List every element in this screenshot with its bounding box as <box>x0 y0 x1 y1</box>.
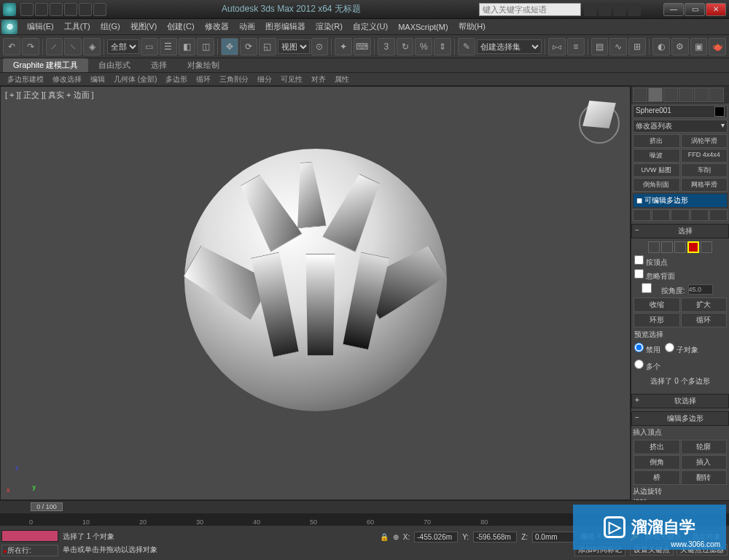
mod-uvw[interactable]: UVW 贴图 <box>633 163 680 177</box>
mirror-icon[interactable]: ▹◃ <box>548 38 566 55</box>
mod-lathe[interactable]: 车削 <box>681 163 728 177</box>
stack-item-editable-poly[interactable]: 可编辑多边形 <box>634 194 727 207</box>
curve-editor-icon[interactable]: ∿ <box>609 38 627 55</box>
minimize-button[interactable]: — <box>663 3 684 16</box>
ribbon-tab-freeform[interactable]: 自由形式 <box>88 58 141 72</box>
ref-coord-dropdown[interactable]: 视图 <box>278 39 310 54</box>
ribbon-align[interactable]: 对齐 <box>307 74 330 85</box>
ribbon-poly-model[interactable]: 多边形建模 <box>3 74 48 85</box>
select-icon[interactable]: ▭ <box>141 38 158 55</box>
qat-save-icon[interactable] <box>50 3 63 16</box>
remove-mod-icon[interactable] <box>690 209 709 221</box>
extrude-button[interactable]: 挤出 <box>634 440 680 454</box>
move-icon[interactable]: ✥ <box>221 38 238 55</box>
menu-customize[interactable]: 自定义(U) <box>348 21 393 32</box>
tab-utilities-icon[interactable] <box>709 88 724 102</box>
selection-lock-chip[interactable] <box>1 530 58 542</box>
polygon-mode-icon[interactable] <box>687 241 699 253</box>
by-angle-checkbox[interactable]: 按角度: <box>634 283 685 296</box>
render-icon[interactable]: 🫖 <box>709 38 726 55</box>
ring-button[interactable]: 环形 <box>634 313 680 327</box>
spinner-snap-icon[interactable]: ⇕ <box>434 38 451 55</box>
ignore-backfacing-checkbox[interactable]: 忽略背面 <box>633 268 728 282</box>
preview-disable-radio[interactable]: 禁用 <box>634 343 660 355</box>
ribbon-visibility[interactable]: 可见性 <box>276 74 307 85</box>
mod-bevel-profile[interactable]: 倒角剖面 <box>633 178 680 192</box>
bridge-button[interactable]: 桥 <box>634 470 680 485</box>
keyboard-icon[interactable]: ⌨ <box>354 38 371 55</box>
render-setup-icon[interactable]: ⚙ <box>671 38 689 55</box>
script-listener[interactable]: 所在行: <box>1 545 58 556</box>
signin-icon[interactable] <box>599 3 612 16</box>
vertex-mode-icon[interactable] <box>648 241 660 253</box>
shrink-button[interactable]: 收缩 <box>634 298 680 312</box>
app-menu-button[interactable]: ⊚ <box>1 20 17 34</box>
menu-animation[interactable]: 动画 <box>234 21 260 32</box>
ribbon-props[interactable]: 属性 <box>330 74 354 85</box>
help-search-input[interactable] <box>479 3 581 16</box>
tab-motion-icon[interactable] <box>679 88 693 102</box>
coord-y[interactable]: -596.568m <box>473 532 517 542</box>
select-region-icon[interactable]: ◧ <box>179 38 196 55</box>
by-vertex-checkbox[interactable]: 按顶点 <box>633 254 728 268</box>
flip-button[interactable]: 翻转 <box>681 470 728 485</box>
coord-x[interactable]: -455.026m <box>414 532 458 542</box>
tab-modify-icon[interactable] <box>648 88 663 102</box>
favorite-icon[interactable] <box>613 3 626 16</box>
tab-hierarchy-icon[interactable] <box>663 88 678 102</box>
angle-spinner[interactable] <box>688 284 713 295</box>
ribbon-subdiv[interactable]: 细分 <box>253 74 276 85</box>
scene-object[interactable] <box>184 149 447 411</box>
pin-stack-icon[interactable] <box>633 209 651 221</box>
border-mode-icon[interactable] <box>674 241 686 253</box>
time-slider-handle[interactable]: 0 / 100 <box>31 502 63 511</box>
insert-vertex-button[interactable]: 插入顶点 <box>633 427 728 438</box>
menu-views[interactable]: 视图(V) <box>125 21 163 32</box>
ribbon-edit[interactable]: 编辑 <box>86 74 109 85</box>
mod-turbosmooth[interactable]: 涡轮平滑 <box>681 134 728 148</box>
outline-button[interactable]: 轮廓 <box>681 440 728 454</box>
lock-icon[interactable]: 🔒 <box>380 533 389 541</box>
make-unique-icon[interactable] <box>671 209 689 221</box>
qat-new-icon[interactable] <box>20 3 34 16</box>
qat-undo-icon[interactable] <box>64 3 77 16</box>
ribbon-tab-paint[interactable]: 对象绘制 <box>177 58 230 72</box>
selection-filter-dropdown[interactable]: 全部 <box>107 39 139 54</box>
render-frame-icon[interactable]: ▣ <box>690 38 708 55</box>
bevel-button[interactable]: 倒角 <box>634 455 680 470</box>
pivot-icon[interactable]: ⊙ <box>311 38 329 55</box>
ribbon-loops[interactable]: 循环 <box>192 74 215 85</box>
loop-button[interactable]: 循环 <box>681 313 728 327</box>
mod-ffd[interactable]: FFD 4x4x4 <box>681 149 728 163</box>
menu-maxscript[interactable]: MAXScript(M) <box>393 23 453 31</box>
snap-icon[interactable]: 3 <box>378 38 395 55</box>
qat-redo-icon[interactable] <box>79 3 92 16</box>
link-icon[interactable]: ⟋ <box>46 38 63 55</box>
configure-sets-icon[interactable] <box>709 209 728 221</box>
viewport-label[interactable]: [ + ][ 正交 ][ 真实 + 边面 ] <box>5 90 94 101</box>
object-color-swatch[interactable] <box>714 106 725 117</box>
coord-axis-icon[interactable]: ⊕ <box>393 533 399 541</box>
rollout-selection-header[interactable]: −选择 <box>631 224 729 238</box>
preview-subobj-radio[interactable]: 子对象 <box>665 343 698 355</box>
ribbon-tab-selection[interactable]: 选择 <box>141 58 177 72</box>
rollout-soft-header[interactable]: +软选择 <box>631 394 729 408</box>
close-button[interactable]: ✕ <box>706 3 726 16</box>
menu-modifiers[interactable]: 修改器 <box>200 21 234 32</box>
rollout-editpoly-header[interactable]: −编辑多边形 <box>631 411 729 426</box>
menu-graph[interactable]: 图形编辑器 <box>260 21 311 32</box>
qat-more-icon[interactable] <box>93 3 106 16</box>
menu-group[interactable]: 组(G) <box>95 21 125 32</box>
menu-create[interactable]: 创建(C) <box>162 21 199 32</box>
ribbon-modify-sel[interactable]: 修改选择 <box>48 74 86 85</box>
ribbon-tris[interactable]: 三角剖分 <box>215 74 253 85</box>
scale-icon[interactable]: ◱ <box>259 38 276 55</box>
menu-edit[interactable]: 编辑(E) <box>22 21 59 32</box>
maximize-button[interactable]: ▭ <box>685 3 705 16</box>
from-edge-button[interactable]: 从边旋转 <box>633 486 728 497</box>
menu-help[interactable]: 帮助(H) <box>453 21 491 32</box>
rotate-icon[interactable]: ⟳ <box>240 38 257 55</box>
named-selection-dropdown[interactable]: 创建选择集 <box>477 39 542 54</box>
ribbon-polygons[interactable]: 多边形 <box>161 74 192 85</box>
ribbon-tab-graphite[interactable]: Graphite 建模工具 <box>3 58 88 72</box>
